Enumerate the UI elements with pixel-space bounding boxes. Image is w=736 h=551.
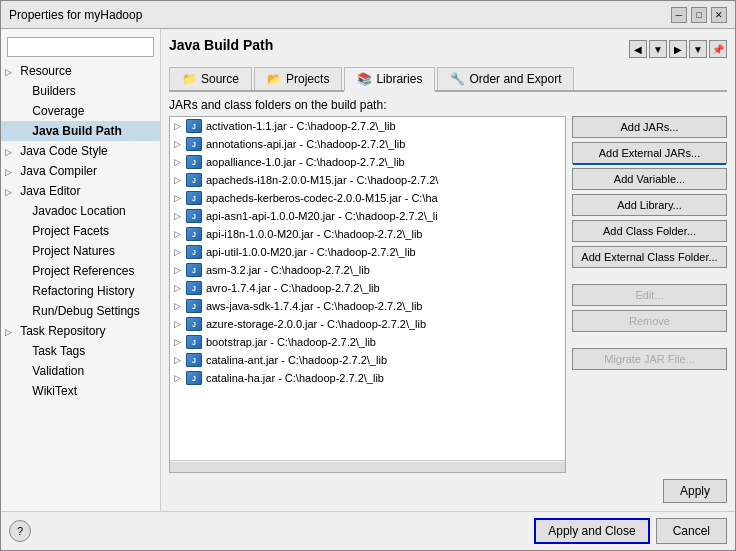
- sidebar-item-run-debug-settings[interactable]: Run/Debug Settings: [1, 301, 160, 321]
- jar-arrow-icon: ▷: [174, 265, 186, 275]
- jar-list-container: ▷ J activation-1.1.jar - C:\hadoop-2.7.2…: [169, 116, 566, 473]
- list-item[interactable]: ▷ J api-asn1-api-1.0.0-M20.jar - C:\hado…: [170, 207, 565, 225]
- tab-libraries[interactable]: 📚 Libraries: [344, 67, 435, 92]
- sidebar-item-project-natures[interactable]: Project Natures: [1, 241, 160, 261]
- sidebar-item-java-compiler[interactable]: ▷ Java Compiler: [1, 161, 160, 181]
- arrow-icon: ▷: [5, 187, 17, 197]
- tab-source-label: Source: [201, 72, 239, 86]
- jar-arrow-icon: ▷: [174, 121, 186, 131]
- tab-source[interactable]: 📁 Source: [169, 67, 252, 90]
- jar-path-label: asm-3.2.jar - C:\hadoop-2.7.2\_lib: [206, 264, 370, 276]
- remove-button[interactable]: Remove: [572, 310, 727, 332]
- list-item[interactable]: ▷ J aws-java-sdk-1.7.4.jar - C:\hadoop-2…: [170, 297, 565, 315]
- help-button[interactable]: ?: [9, 520, 31, 542]
- jar-path-label: apacheds-kerberos-codec-2.0.0-M15.jar - …: [206, 192, 438, 204]
- pin-button[interactable]: 📌: [709, 40, 727, 58]
- panel-title: Java Build Path: [169, 37, 273, 53]
- sidebar-item-label: WikiText: [32, 384, 77, 398]
- sidebar-item-project-references[interactable]: Project References: [1, 261, 160, 281]
- arrow-icon: ▷: [5, 67, 17, 77]
- tab-libraries-label: Libraries: [376, 72, 422, 86]
- jar-arrow-icon: ▷: [174, 139, 186, 149]
- right-panel: Java Build Path ◀ ▼ ▶ ▼ 📌 📁 Source 📂 Pro: [161, 29, 735, 511]
- sidebar-item-label: Java Editor: [20, 184, 80, 198]
- list-item[interactable]: ▷ J api-util-1.0.0-M20.jar - C:\hadoop-2…: [170, 243, 565, 261]
- list-item[interactable]: ▷ J annotations-api.jar - C:\hadoop-2.7.…: [170, 135, 565, 153]
- list-item[interactable]: ▷ J activation-1.1.jar - C:\hadoop-2.7.2…: [170, 117, 565, 135]
- arrow-icon: ▷: [5, 147, 17, 157]
- sidebar-item-label: Builders: [32, 84, 75, 98]
- maximize-button[interactable]: □: [691, 7, 707, 23]
- close-button[interactable]: ✕: [711, 7, 727, 23]
- add-external-jars-button[interactable]: Add External JARs...: [572, 142, 727, 164]
- jar-file-icon: J: [186, 209, 202, 223]
- add-external-class-folder-button[interactable]: Add External Class Folder...: [572, 246, 727, 268]
- list-item[interactable]: ▷ J aopalliance-1.0.jar - C:\hadoop-2.7.…: [170, 153, 565, 171]
- jar-path-label: avro-1.7.4.jar - C:\hadoop-2.7.2\_lib: [206, 282, 380, 294]
- sidebar-item-java-editor[interactable]: ▷ Java Editor: [1, 181, 160, 201]
- sidebar-item-javadoc-location[interactable]: Javadoc Location: [1, 201, 160, 221]
- jar-list[interactable]: ▷ J activation-1.1.jar - C:\hadoop-2.7.2…: [170, 117, 565, 460]
- sidebar-item-refactoring-history[interactable]: Refactoring History: [1, 281, 160, 301]
- navigation-arrows: ◀ ▼ ▶ ▼ 📌: [629, 40, 727, 58]
- back-button[interactable]: ◀: [629, 40, 647, 58]
- forward-button[interactable]: ▶: [669, 40, 687, 58]
- horizontal-scrollbar[interactable]: [170, 460, 565, 472]
- bottom-buttons: Apply and Close Cancel: [534, 518, 727, 544]
- jar-file-icon: J: [186, 335, 202, 349]
- tab-projects[interactable]: 📂 Projects: [254, 67, 342, 90]
- dropdown-button[interactable]: ▼: [649, 40, 667, 58]
- sidebar-item-label: Project Facets: [32, 224, 109, 238]
- apply-close-button[interactable]: Apply and Close: [534, 518, 649, 544]
- sidebar-item-project-facets[interactable]: Project Facets: [1, 221, 160, 241]
- sidebar-item-java-build-path[interactable]: Java Build Path: [1, 121, 160, 141]
- sidebar-item-label: Javadoc Location: [32, 204, 125, 218]
- build-path-body: ▷ J activation-1.1.jar - C:\hadoop-2.7.2…: [169, 116, 727, 473]
- tab-order-export[interactable]: 🔧 Order and Export: [437, 67, 574, 90]
- sidebar-item-builders[interactable]: Builders: [1, 81, 160, 101]
- list-item[interactable]: ▷ J azure-storage-2.0.0.jar - C:\hadoop-…: [170, 315, 565, 333]
- jar-file-icon: J: [186, 155, 202, 169]
- cancel-button[interactable]: Cancel: [656, 518, 727, 544]
- sidebar-item-wikitext[interactable]: WikiText: [1, 381, 160, 401]
- list-item[interactable]: ▷ J asm-3.2.jar - C:\hadoop-2.7.2\_lib: [170, 261, 565, 279]
- list-item[interactable]: ▷ J catalina-ha.jar - C:\hadoop-2.7.2\_l…: [170, 369, 565, 387]
- add-jars-button[interactable]: Add JARs...: [572, 116, 727, 138]
- jar-path-label: activation-1.1.jar - C:\hadoop-2.7.2\_li…: [206, 120, 396, 132]
- jar-path-label: api-i18n-1.0.0-M20.jar - C:\hadoop-2.7.2…: [206, 228, 422, 240]
- jar-arrow-icon: ▷: [174, 337, 186, 347]
- list-item[interactable]: ▷ J api-i18n-1.0.0-M20.jar - C:\hadoop-2…: [170, 225, 565, 243]
- sidebar-item-resource[interactable]: ▷ Resource: [1, 61, 160, 81]
- sidebar-item-coverage[interactable]: Coverage: [1, 101, 160, 121]
- list-item[interactable]: ▷ J apacheds-i18n-2.0.0-M15.jar - C:\had…: [170, 171, 565, 189]
- list-item[interactable]: ▷ J bootstrap.jar - C:\hadoop-2.7.2\_lib: [170, 333, 565, 351]
- migrate-button[interactable]: Migrate JAR File...: [572, 348, 727, 370]
- edit-button[interactable]: Edit...: [572, 284, 727, 306]
- sidebar-item-java-code-style[interactable]: ▷ Java Code Style: [1, 141, 160, 161]
- sidebar-item-label: Task Tags: [32, 344, 85, 358]
- jar-path-label: bootstrap.jar - C:\hadoop-2.7.2\_lib: [206, 336, 376, 348]
- jar-arrow-icon: ▷: [174, 355, 186, 365]
- jar-arrow-icon: ▷: [174, 373, 186, 383]
- add-class-folder-button[interactable]: Add Class Folder...: [572, 220, 727, 242]
- sidebar-item-task-tags[interactable]: Task Tags: [1, 341, 160, 361]
- sidebar-item-task-repository[interactable]: ▷ Task Repository: [1, 321, 160, 341]
- list-item[interactable]: ▷ J avro-1.7.4.jar - C:\hadoop-2.7.2\_li…: [170, 279, 565, 297]
- jar-file-icon: J: [186, 353, 202, 367]
- jar-file-icon: J: [186, 245, 202, 259]
- sidebar-item-validation[interactable]: Validation: [1, 361, 160, 381]
- forward-dropdown-button[interactable]: ▼: [689, 40, 707, 58]
- jar-arrow-icon: ▷: [174, 175, 186, 185]
- apply-button[interactable]: Apply: [663, 479, 727, 503]
- jar-file-icon: J: [186, 317, 202, 331]
- minimize-button[interactable]: ─: [671, 7, 687, 23]
- arrow-icon: ▷: [5, 327, 17, 337]
- list-item[interactable]: ▷ J apacheds-kerberos-codec-2.0.0-M15.ja…: [170, 189, 565, 207]
- list-item[interactable]: ▷ J catalina-ant.jar - C:\hadoop-2.7.2\_…: [170, 351, 565, 369]
- scrollbar-track[interactable]: [170, 462, 565, 472]
- jar-arrow-icon: ▷: [174, 283, 186, 293]
- add-variable-button[interactable]: Add Variable...: [572, 168, 727, 190]
- search-input[interactable]: [7, 37, 154, 57]
- add-library-button[interactable]: Add Library...: [572, 194, 727, 216]
- libraries-tab-icon: 📚: [357, 72, 372, 86]
